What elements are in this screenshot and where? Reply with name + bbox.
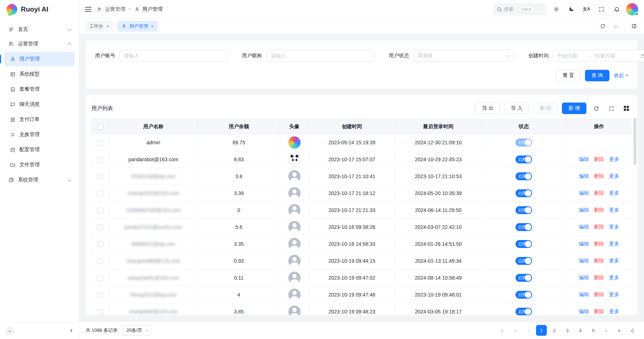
add-button[interactable]: 新 增	[562, 103, 586, 114]
more-link[interactable]: 更多	[609, 258, 619, 263]
row-checkbox[interactable]	[98, 241, 103, 247]
settings-button[interactable]	[550, 4, 562, 15]
page-button-4[interactable]: 4	[575, 325, 586, 336]
reset-button[interactable]: 重 置	[556, 70, 581, 81]
expand-content-button[interactable]	[628, 21, 640, 32]
page-size-select[interactable]: 20条/页	[122, 325, 152, 336]
status-toggle[interactable]: 启用	[515, 308, 532, 315]
more-link[interactable]: 更多	[609, 291, 619, 297]
edit-link[interactable]: 编辑	[579, 173, 589, 179]
table-scrollbar[interactable]	[634, 118, 636, 312]
prev-group-button[interactable]: «	[510, 325, 521, 336]
delete-link[interactable]: 删除	[594, 207, 604, 213]
edit-link[interactable]: 编辑	[579, 156, 589, 162]
delete-link[interactable]: 删除	[594, 173, 604, 179]
refresh-tab-button[interactable]	[597, 21, 608, 32]
user-avatar[interactable]	[626, 3, 638, 15]
pin-icon[interactable]	[69, 329, 74, 334]
dark-mode-button[interactable]	[566, 4, 577, 15]
more-link[interactable]: 更多	[609, 173, 619, 179]
sidebar-item-exchange-management[interactable]: 兑换管理	[4, 127, 75, 142]
delete-link[interactable]: 删除	[594, 224, 604, 230]
delete-link[interactable]: 删除	[594, 190, 604, 196]
more-link[interactable]: 更多	[609, 190, 619, 196]
import-button[interactable]: 导 入	[504, 103, 529, 114]
edit-link[interactable]: 编辑	[579, 190, 589, 196]
refresh-table-button[interactable]	[591, 103, 602, 114]
delete-link[interactable]: 删除	[594, 241, 604, 247]
global-search[interactable]: 搜索 Ctrl K	[493, 3, 547, 15]
column-settings-button[interactable]	[621, 103, 632, 114]
row-checkbox[interactable]	[98, 208, 103, 213]
status-toggle[interactable]: 启用	[515, 291, 532, 299]
notifications-button[interactable]	[611, 4, 622, 15]
table-fullscreen-button[interactable]	[606, 103, 617, 114]
search-button[interactable]: 查 询	[585, 70, 609, 81]
sidebar-group-system[interactable]: 系统管理	[4, 173, 75, 187]
edit-link[interactable]: 编辑	[579, 275, 589, 280]
more-link[interactable]: 更多	[609, 308, 619, 314]
edit-link[interactable]: 编辑	[579, 308, 589, 314]
sidebar-item-payment-orders[interactable]: 支付订单	[4, 112, 75, 127]
nickname-input[interactable]	[266, 50, 374, 62]
sidebar-item-system-model[interactable]: 系统模型	[4, 67, 75, 81]
page-button-3[interactable]: 3	[562, 325, 573, 336]
sidebar-group-operations[interactable]: 运营管理	[4, 37, 75, 51]
tab-user-management[interactable]: 用户管理 ×	[117, 21, 158, 32]
status-toggle[interactable]: 启用	[515, 155, 532, 163]
row-checkbox[interactable]	[98, 174, 103, 180]
edit-link[interactable]: 编辑	[579, 258, 589, 263]
edit-link[interactable]: 编辑	[579, 224, 589, 230]
row-checkbox[interactable]	[98, 292, 103, 298]
sidebar-item-home[interactable]: 首页	[4, 22, 75, 37]
status-toggle[interactable]: 启用	[515, 240, 532, 248]
first-page-button[interactable]: |‹	[497, 325, 508, 336]
status-toggle[interactable]: 启用	[515, 223, 532, 231]
hamburger-menu-icon[interactable]	[85, 7, 91, 12]
collapse-filter-link[interactable]: 收起	[614, 72, 628, 79]
account-input[interactable]	[120, 50, 228, 62]
edit-link[interactable]: 编辑	[579, 207, 589, 213]
date-end-input[interactable]	[595, 53, 622, 59]
delete-link[interactable]: 删除	[594, 308, 604, 314]
more-link[interactable]: 更多	[609, 207, 619, 213]
status-toggle[interactable]: 启用	[515, 206, 532, 214]
page-button-5[interactable]: 5	[588, 325, 599, 336]
row-checkbox[interactable]	[98, 309, 103, 315]
status-toggle[interactable]: 启用	[515, 274, 532, 282]
more-link[interactable]: 更多	[609, 241, 619, 247]
next-group-button[interactable]: »	[614, 325, 625, 336]
tab-workbench[interactable]: 工作台 ×	[85, 21, 113, 32]
row-checkbox[interactable]	[98, 140, 103, 146]
page-button-2[interactable]: 2	[549, 325, 560, 336]
date-start-input[interactable]	[557, 53, 584, 59]
status-toggle[interactable]: 启用	[515, 257, 532, 265]
prev-page-button[interactable]: ‹	[523, 325, 534, 336]
sidebar-item-user-management[interactable]: 用户管理	[4, 52, 75, 66]
delete-link[interactable]: 删除	[594, 258, 604, 263]
row-checkbox[interactable]	[98, 191, 103, 196]
status-toggle[interactable]: 启用	[515, 172, 532, 180]
delete-link[interactable]: 删除	[594, 156, 604, 162]
collapse-sidebar-button[interactable]: «	[5, 326, 14, 336]
row-checkbox[interactable]	[98, 275, 103, 281]
tab-options-button[interactable]	[610, 21, 621, 32]
row-checkbox[interactable]	[98, 157, 103, 163]
row-checkbox[interactable]	[98, 225, 103, 230]
status-toggle[interactable]: 启用	[515, 189, 532, 197]
close-icon[interactable]: ×	[106, 24, 109, 29]
sidebar-item-package-management[interactable]: 套餐管理	[4, 82, 75, 96]
date-range-picker[interactable]: →	[553, 50, 644, 62]
page-button-1[interactable]: 1	[536, 325, 547, 336]
select-all-checkbox[interactable]	[98, 124, 103, 130]
sidebar-item-file-management[interactable]: 文件管理	[4, 158, 75, 172]
sidebar-item-chat-messages[interactable]: 聊天消息	[4, 97, 75, 112]
edit-link[interactable]: 编辑	[579, 291, 589, 297]
edit-link[interactable]: 编辑	[579, 241, 589, 247]
more-link[interactable]: 更多	[609, 224, 619, 230]
status-select[interactable]: 请选择	[413, 50, 514, 62]
breadcrumb-operations[interactable]: 运营管理	[96, 6, 125, 13]
language-button[interactable]: 文A	[581, 4, 592, 15]
row-checkbox[interactable]	[98, 258, 103, 264]
more-link[interactable]: 更多	[609, 156, 619, 162]
